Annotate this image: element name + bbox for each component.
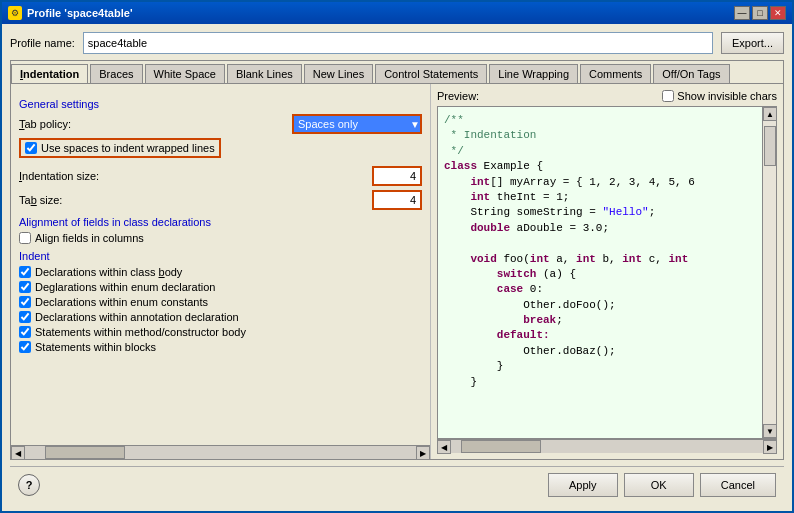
right-panel: Preview: Show invisible chars /** * Inde… <box>431 84 783 459</box>
indent-checkbox-4[interactable] <box>19 326 31 338</box>
ok-button[interactable]: OK <box>624 473 694 497</box>
indent-label-1: Deglarations within enum declaration <box>35 281 215 293</box>
scroll-track <box>763 121 776 424</box>
indent-checkbox-0[interactable] <box>19 266 31 278</box>
tab-size-input[interactable] <box>372 190 422 210</box>
show-invisible-row: Show invisible chars <box>662 90 777 102</box>
use-spaces-label[interactable]: Use spaces to indent wrapped lines <box>19 138 221 158</box>
title-bar: ⚙ Profile 'space4table' — □ ✕ <box>2 2 792 24</box>
indentation-size-input[interactable] <box>372 166 422 186</box>
left-horiz-scrollbar[interactable]: ◀ ▶ <box>11 445 430 459</box>
indent-title: Indent <box>19 250 422 262</box>
use-spaces-text: Use spaces to indent wrapped lines <box>41 142 215 154</box>
window-title: Profile 'space4table' <box>27 7 133 19</box>
alignment-title: Alignment of fields in class declaration… <box>19 216 422 228</box>
preview-label: Preview: <box>437 90 479 102</box>
tab-control-statements[interactable]: Control Statements <box>375 64 487 84</box>
tab-size-row: Tab size: <box>19 190 422 210</box>
indent-option-0: Declarations within class body <box>19 266 422 278</box>
indent-label-4: Statements within method/constructor bod… <box>35 326 246 338</box>
left-scroll-thumb <box>45 446 125 459</box>
left-scroll-track <box>25 446 416 459</box>
main-window: ⚙ Profile 'space4table' — □ ✕ Profile na… <box>0 0 794 513</box>
profile-name-input[interactable] <box>83 32 713 54</box>
preview-header: Preview: Show invisible chars <box>437 90 777 102</box>
help-button[interactable]: ? <box>18 474 40 496</box>
scroll-thumb <box>764 126 776 166</box>
indent-option-5: Statements within blocks <box>19 341 422 353</box>
indentation-size-label: Indentation size: <box>19 170 372 182</box>
close-button[interactable]: ✕ <box>770 6 786 20</box>
title-buttons: — □ ✕ <box>734 6 786 20</box>
title-bar-left: ⚙ Profile 'space4table' <box>8 6 133 20</box>
tab-white-space[interactable]: White Space <box>145 64 225 84</box>
preview-code: /** * Indentation */ class Example { int… <box>444 113 756 390</box>
tabs-and-content: Indentation Braces White Space Blank Lin… <box>10 60 784 460</box>
tab-policy-row: Tab policy: Spaces only Tab only Mixed ▼ <box>19 114 422 134</box>
left-scroll-left-btn[interactable]: ◀ <box>11 446 25 459</box>
export-button[interactable]: Export... <box>721 32 784 54</box>
code-scrollable: /** * Indentation */ class Example { int… <box>438 107 762 438</box>
show-invisible-checkbox[interactable] <box>662 90 674 102</box>
indent-checkbox-3[interactable] <box>19 311 31 323</box>
indent-label-0: Declarations within class body <box>35 266 182 278</box>
align-fields-checkbox[interactable] <box>19 232 31 244</box>
tab-policy-select[interactable]: Spaces only Tab only Mixed <box>292 114 422 134</box>
align-fields-row: Align fields in columns <box>19 232 422 244</box>
use-spaces-checkbox[interactable] <box>25 142 37 154</box>
code-vertical-scrollbar[interactable]: ▲ ▼ <box>762 107 776 438</box>
indent-checkbox-2[interactable] <box>19 296 31 308</box>
scroll-up-btn[interactable]: ▲ <box>763 107 777 121</box>
indent-option-3: Declarations within annotation declarati… <box>19 311 422 323</box>
tab-off-on-tags[interactable]: Off/On Tags <box>653 64 729 84</box>
tab-blank-lines[interactable]: Blank Lines <box>227 64 302 84</box>
code-scroll-track <box>451 440 763 453</box>
profile-name-label: Profile name: <box>10 37 75 49</box>
cancel-button[interactable]: Cancel <box>700 473 776 497</box>
scroll-down-btn[interactable]: ▼ <box>763 424 777 438</box>
profile-row: Profile name: Export... <box>10 32 784 54</box>
code-area-wrapper: /** * Indentation */ class Example { int… <box>437 106 777 439</box>
indent-option-4: Statements within method/constructor bod… <box>19 326 422 338</box>
window-body: Profile name: Export... Indentation Brac… <box>2 24 792 511</box>
tab-policy-dropdown-wrapper: Spaces only Tab only Mixed ▼ <box>292 114 422 134</box>
tab-braces[interactable]: Braces <box>90 64 142 84</box>
code-scroll-thumb-h <box>461 440 541 453</box>
show-invisible-label: Show invisible chars <box>677 90 777 102</box>
code-horiz-scrollbar[interactable]: ◀ ▶ <box>437 439 777 453</box>
tab-indentation[interactable]: Indentation <box>11 64 88 84</box>
tab-policy-label: Tab policy: <box>19 118 288 130</box>
indentation-size-row: Indentation size: <box>19 166 422 186</box>
bottom-buttons: Apply OK Cancel <box>548 473 776 497</box>
tab-bar: Indentation Braces White Space Blank Lin… <box>11 61 783 84</box>
indent-checkbox-1[interactable] <box>19 281 31 293</box>
left-panel-scroll[interactable]: General settings Tab policy: Spaces only… <box>11 84 430 445</box>
code-scroll-right-btn[interactable]: ▶ <box>763 440 777 454</box>
left-panel-wrapper: General settings Tab policy: Spaces only… <box>11 84 431 459</box>
tab-comments[interactable]: Comments <box>580 64 651 84</box>
tab-size-label: Tab size: <box>19 194 372 206</box>
indent-checkbox-5[interactable] <box>19 341 31 353</box>
left-scroll-right-btn[interactable]: ▶ <box>416 446 430 459</box>
maximize-button[interactable]: □ <box>752 6 768 20</box>
indent-option-2: Declarations within enum constants <box>19 296 422 308</box>
indent-label-2: Declarations within enum constants <box>35 296 208 308</box>
indent-label-3: Declarations within annotation declarati… <box>35 311 239 323</box>
tab-new-lines[interactable]: New Lines <box>304 64 373 84</box>
bottom-bar: ? Apply OK Cancel <box>10 466 784 503</box>
code-scroll-left-btn[interactable]: ◀ <box>437 440 451 454</box>
indent-option-1: Deglarations within enum declaration <box>19 281 422 293</box>
content-area: General settings Tab policy: Spaces only… <box>11 84 783 459</box>
tab-line-wrapping[interactable]: Line Wrapping <box>489 64 578 84</box>
indent-label-5: Statements within blocks <box>35 341 156 353</box>
window-icon: ⚙ <box>8 6 22 20</box>
minimize-button[interactable]: — <box>734 6 750 20</box>
use-spaces-wrapper: Use spaces to indent wrapped lines <box>19 138 422 162</box>
general-settings-title: General settings <box>19 98 422 110</box>
align-fields-label: Align fields in columns <box>35 232 144 244</box>
apply-button[interactable]: Apply <box>548 473 618 497</box>
